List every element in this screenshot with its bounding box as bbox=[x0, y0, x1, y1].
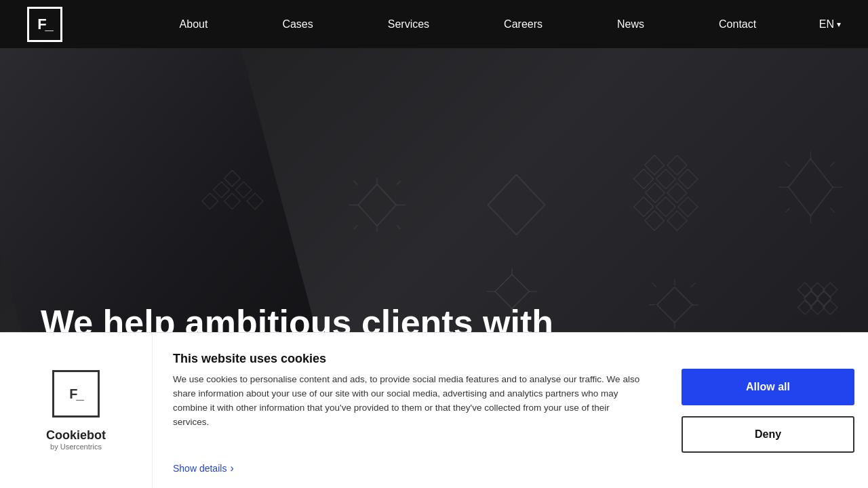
svg-rect-17 bbox=[667, 183, 687, 203]
nav-about[interactable]: About bbox=[142, 0, 245, 48]
svg-line-13 bbox=[353, 225, 357, 229]
svg-rect-4 bbox=[247, 193, 263, 209]
svg-rect-23 bbox=[678, 169, 698, 189]
svg-rect-19 bbox=[656, 169, 675, 189]
deny-button[interactable]: Deny bbox=[682, 416, 854, 453]
svg-rect-16 bbox=[645, 183, 665, 203]
svg-rect-1 bbox=[235, 182, 252, 198]
hero-decorations bbox=[0, 48, 868, 332]
svg-rect-25 bbox=[667, 211, 687, 230]
svg-rect-3 bbox=[224, 170, 240, 186]
show-details-link[interactable]: Show details › bbox=[173, 462, 648, 474]
language-selector[interactable]: EN ▾ bbox=[819, 18, 841, 30]
logo-text: F_ bbox=[37, 16, 52, 33]
svg-rect-27 bbox=[667, 155, 687, 175]
show-details-arrow-icon: › bbox=[230, 462, 233, 474]
svg-line-11 bbox=[353, 181, 357, 185]
nav-services[interactable]: Services bbox=[351, 0, 467, 48]
svg-rect-55 bbox=[797, 300, 812, 314]
cookiebot-name: Cookiebot bbox=[46, 428, 106, 443]
svg-line-34 bbox=[830, 162, 835, 167]
svg-rect-52 bbox=[810, 283, 825, 297]
language-label: EN bbox=[819, 18, 834, 30]
svg-rect-0 bbox=[214, 182, 230, 198]
cookie-content: This website uses cookies We use cookies… bbox=[153, 333, 668, 488]
cookie-body: We use cookies to personalise content an… bbox=[173, 373, 648, 430]
cookiebot-brand: Cookiebot by Usercentrics bbox=[46, 428, 106, 451]
language-arrow-icon: ▾ bbox=[837, 20, 841, 29]
svg-rect-50 bbox=[816, 291, 831, 306]
svg-rect-21 bbox=[633, 169, 653, 189]
svg-marker-15 bbox=[488, 175, 545, 235]
svg-line-35 bbox=[785, 208, 790, 213]
svg-rect-5 bbox=[202, 193, 218, 209]
svg-rect-56 bbox=[797, 283, 812, 297]
svg-rect-49 bbox=[804, 291, 818, 306]
svg-marker-42 bbox=[656, 287, 692, 323]
svg-line-36 bbox=[830, 208, 835, 213]
svg-rect-51 bbox=[810, 300, 825, 314]
site-logo[interactable]: F_ bbox=[27, 7, 62, 42]
svg-rect-2 bbox=[224, 193, 240, 209]
svg-line-12 bbox=[397, 181, 401, 185]
show-details-label: Show details bbox=[173, 463, 226, 474]
navbar: F_ About Cases Services Careers News Con… bbox=[0, 0, 868, 48]
cookie-actions: Allow all Deny bbox=[668, 333, 868, 488]
nav-cases[interactable]: Cases bbox=[245, 0, 350, 48]
svg-line-48 bbox=[691, 283, 696, 287]
svg-marker-28 bbox=[789, 159, 833, 216]
svg-line-33 bbox=[785, 162, 790, 167]
cookie-logo-text: F_ bbox=[69, 386, 82, 402]
nav-links: About Cases Services Careers News Contac… bbox=[88, 0, 794, 48]
svg-rect-22 bbox=[678, 197, 698, 217]
nav-careers[interactable]: Careers bbox=[467, 0, 580, 48]
svg-rect-18 bbox=[656, 197, 675, 217]
svg-rect-26 bbox=[644, 155, 664, 175]
svg-marker-6 bbox=[358, 184, 396, 226]
svg-line-47 bbox=[652, 283, 656, 287]
svg-rect-54 bbox=[823, 283, 837, 297]
svg-rect-20 bbox=[633, 197, 653, 217]
cookie-banner: F_ Cookiebot by Usercentrics This websit… bbox=[0, 332, 868, 488]
nav-contact[interactable]: Contact bbox=[682, 0, 793, 48]
allow-all-button[interactable]: Allow all bbox=[682, 369, 854, 405]
svg-rect-24 bbox=[644, 211, 664, 230]
cookie-logo-area: F_ Cookiebot by Usercentrics bbox=[0, 333, 153, 488]
cookie-logo: F_ bbox=[52, 370, 100, 418]
nav-news[interactable]: News bbox=[580, 0, 682, 48]
svg-rect-53 bbox=[823, 300, 837, 314]
cookie-title: This website uses cookies bbox=[173, 352, 648, 366]
cookiebot-sub: by Usercentrics bbox=[50, 443, 102, 451]
svg-line-14 bbox=[397, 225, 401, 229]
